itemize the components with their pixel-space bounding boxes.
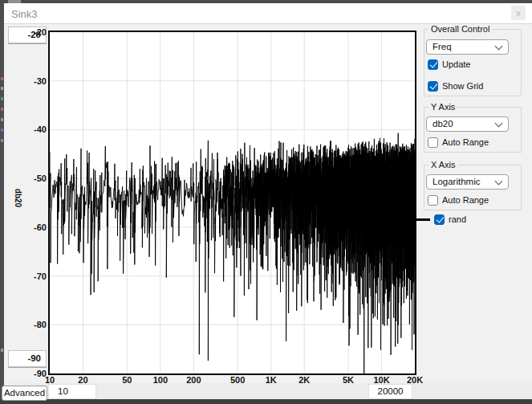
y-tick-label: -20 — [11, 27, 47, 37]
dock-speck-icon — [1, 97, 3, 100]
y-axis-title: db20 — [14, 186, 22, 211]
window-title-bar: Sink3 x — [4, 3, 532, 24]
window-title: Sink3 — [11, 8, 38, 20]
left-dock-strip — [0, 3, 4, 404]
y-tick-label: -40 — [11, 124, 47, 134]
legend-rand: rand — [412, 213, 529, 226]
x-max-field[interactable]: 20000 — [368, 384, 412, 399]
plot-area[interactable] — [48, 31, 416, 375]
x-axis-group-title: X Axis — [428, 160, 458, 169]
y-min-field[interactable]: -90 — [8, 350, 47, 367]
checkbox-row-show-grid[interactable]: Show Grid — [428, 80, 483, 92]
y-tick-label: -60 — [11, 222, 47, 232]
dock-speck-icon — [1, 77, 3, 80]
dock-speck-icon — [1, 108, 3, 111]
legend-line — [412, 218, 430, 221]
dock-speck-icon — [1, 87, 3, 90]
overall-control-title: Overall Control — [428, 24, 492, 34]
dock-speck-icon — [1, 349, 3, 352]
y-tick-label: -30 — [11, 76, 47, 86]
y-axis-group-title: Y Axis — [428, 102, 457, 112]
bottom-edge-strip — [0, 399, 532, 404]
plot-svg — [50, 32, 415, 373]
dropdown-value: db20 — [433, 119, 453, 129]
close-button[interactable]: x — [511, 6, 526, 20]
y-auto-range-checkbox[interactable] — [428, 137, 438, 148]
update-checkbox-label: Update — [442, 59, 470, 69]
dock-speck-icon — [1, 139, 3, 142]
x-auto-range-label: Auto Range — [442, 195, 489, 205]
y-tick-label: -80 — [11, 320, 47, 329]
y-axis-dropdown[interactable]: db20 — [426, 116, 509, 132]
x-auto-range-checkbox[interactable] — [428, 195, 438, 206]
show-grid-checkbox-label: Show Grid — [442, 81, 483, 91]
chevron-down-icon — [495, 178, 503, 186]
x-min-field[interactable]: 10 — [48, 384, 96, 399]
dock-speck-icon — [1, 129, 3, 132]
show-grid-checkbox[interactable] — [428, 81, 438, 92]
x-axis-dropdown[interactable]: Logarithmic — [426, 174, 509, 190]
advanced-button[interactable]: Advanced — [2, 386, 47, 401]
dock-speck-icon — [1, 118, 3, 121]
update-checkbox[interactable] — [428, 59, 438, 70]
group-overall-control: Overall Control Freq Update Show Grid — [424, 29, 522, 96]
checkbox-row-x-auto-range[interactable]: Auto Range — [428, 194, 489, 206]
y-tick-label: -50 — [11, 173, 47, 183]
dropdown-value: Logarithmic — [433, 177, 480, 186]
checkbox-row-update[interactable]: Update — [428, 59, 470, 70]
noise-trace — [50, 133, 415, 373]
close-icon: x — [516, 8, 521, 18]
group-x-axis: X Axis Logarithmic Auto Range — [424, 165, 522, 210]
chevron-down-icon — [495, 43, 503, 51]
y-auto-range-label: Auto Range — [442, 137, 489, 147]
legend-label: rand — [449, 214, 466, 224]
checkbox-row-y-auto-range[interactable]: Auto Range — [428, 137, 489, 148]
chevron-down-icon — [495, 120, 503, 128]
overall-control-dropdown[interactable]: Freq — [426, 39, 509, 55]
dropdown-value: Freq — [433, 42, 452, 51]
group-y-axis: Y Axis db20 Auto Range — [424, 107, 522, 153]
y-tick-label: -70 — [11, 271, 47, 281]
rand-checkbox[interactable] — [434, 214, 445, 225]
